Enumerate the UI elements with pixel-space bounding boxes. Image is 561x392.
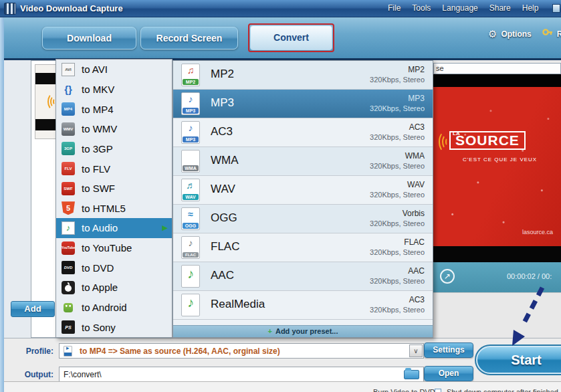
menu-item-to-avi[interactable]: AVIto AVI (56, 60, 172, 80)
minimize-button[interactable] (552, 4, 560, 13)
options-group: ⚙ Options Register (488, 28, 561, 40)
fullscreen-icon[interactable]: ↗ (440, 269, 455, 284)
app-window: Video Download Capture File Tools Langua… (0, 0, 561, 392)
html5-shield-icon: 5 (62, 201, 75, 215)
preset-row-mp2[interactable]: ♫MP2 MP2 MP2 320Kbps, Stereo (173, 61, 433, 90)
dvd-icon: DVD (62, 261, 75, 274)
burn-dvd-label: Burn Video to DVD (373, 388, 435, 392)
app-icon (4, 3, 16, 15)
menu-item-to-flv[interactable]: FLVto FLV (56, 159, 172, 179)
settings-button[interactable]: Settings (424, 342, 473, 358)
preset-row-wav[interactable]: ♬WAV WAV WAV 320Kbps, Stereo (173, 176, 433, 205)
format-menu: AVIto AVI {}to MKV MP4to MP4 WMVto WMV 3… (55, 59, 173, 338)
gear-icon: ⚙ (488, 28, 497, 40)
mp2-file-icon: ♫MP2 (181, 64, 200, 86)
video-watermark: lasource.ca (522, 229, 553, 235)
menu-item-to-sony[interactable]: PSto Sony (56, 317, 172, 337)
video-letterbox-bottom (433, 246, 561, 262)
preset-row-ac3[interactable]: ♪MP3 AC3 AC3 320Kbps, Stereo (173, 118, 433, 147)
menu-item-to-dvd[interactable]: DVDto DVD (56, 258, 172, 278)
add-preset-button[interactable]: +Add your preset... (173, 325, 433, 337)
dropdown-arrow-icon[interactable]: ∨ (409, 345, 423, 357)
title-bar: Video Download Capture File Tools Langua… (0, 0, 561, 17)
start-button[interactable]: Start (476, 346, 561, 374)
left-gutter (4, 60, 32, 338)
tab-record-screen[interactable]: Record Screen (140, 27, 238, 50)
menu-item-to-mp4[interactable]: MP4to MP4 (56, 99, 172, 119)
mkv-file-icon: {} (62, 82, 75, 96)
submenu-arrow-icon: ▶ (162, 223, 168, 232)
options-button[interactable]: Options (501, 29, 531, 39)
mp4-file-icon: MP4 (62, 102, 75, 116)
playback-time: 00:00:02 / 00: (507, 272, 552, 280)
right-spacer (433, 292, 561, 338)
preset-row-mp3-selected[interactable]: ♪MP3 MP3 MP3 320Kbps, Stereo (173, 90, 433, 118)
toolbar: Download Record Screen Convert ⚙ Options… (0, 17, 561, 60)
browse-folder-icon[interactable] (404, 370, 419, 379)
menu-item-to-android[interactable]: to Android (56, 298, 172, 318)
flac-file-icon: ♪FLAC (181, 236, 200, 259)
wav-file-icon: ♬WAV (181, 179, 200, 201)
la-source-logo: LA SOURCE (449, 131, 526, 150)
video-tagline: C'EST CE QUE JE VEUX (463, 157, 537, 163)
add-button[interactable]: Add (11, 301, 55, 317)
menu-help[interactable]: Help (522, 3, 539, 13)
menu-item-to-apple[interactable]: to Apple (56, 278, 172, 298)
preset-row-aac[interactable]: ♪ AAC AAC 320Kbps, Stereo (173, 262, 433, 291)
status-bar: Burn Video to DVD Shut down computer aft… (4, 381, 561, 392)
android-icon (62, 301, 75, 314)
profile-combobox[interactable]: to MP4 => Same as source (H.264, AAC, or… (59, 343, 424, 359)
menu-item-to-html5[interactable]: 5to HTML5 (56, 198, 172, 218)
register-button[interactable]: Register (557, 29, 561, 39)
menu-item-to-mkv[interactable]: {}to MKV (56, 80, 172, 100)
preset-row-flac[interactable]: ♪FLAC FLAC FLAC 320Kbps, Stereo (173, 233, 433, 262)
menu-tools[interactable]: Tools (412, 3, 431, 13)
wmv-file-icon: WMV (62, 122, 75, 136)
preset-row-wma[interactable]: WMA WMA WMA 320Kbps, Stereo (173, 147, 433, 176)
menu-item-to-wmv[interactable]: WMVto WMV (56, 119, 172, 139)
shutdown-label: Shut down computer after finished (447, 388, 558, 392)
apple-icon (62, 281, 75, 294)
mp4-preset-icon (64, 346, 72, 357)
menu-language[interactable]: Language (442, 3, 477, 13)
convert-highlight-annotation (248, 23, 334, 52)
audio-preset-menu: ♫MP2 MP2 MP2 320Kbps, Stereo ♪MP3 MP3 MP… (173, 60, 433, 338)
ogg-file-icon: ≈OGG (181, 207, 200, 230)
key-icon (542, 28, 553, 40)
player-control-bar: ↗ 00:00:02 / 00: (433, 262, 561, 292)
menu-item-to-youtube[interactable]: YouTubeto YouTube (56, 238, 172, 258)
menu-share[interactable]: Share (489, 3, 511, 13)
profile-label: Profile: (8, 347, 53, 356)
menu-item-to-swf[interactable]: SWFto SWF (56, 179, 172, 199)
avi-file-icon: AVI (62, 63, 75, 76)
plus-icon: + (268, 327, 272, 335)
swf-file-icon: SWF (62, 182, 75, 195)
video-letterbox-top (433, 74, 561, 87)
3gp-file-icon: 3GP (62, 142, 75, 155)
output-path-input[interactable]: F:\convert\ (59, 367, 424, 382)
source-arcs-icon (436, 130, 451, 154)
open-button[interactable]: Open (424, 366, 473, 381)
output-label: Output: (8, 370, 53, 379)
preset-row-realmedia[interactable]: ♪ RealMedia AC3 320Kbps, Stereo (173, 291, 433, 320)
preset-row-ogg[interactable]: ≈OGG OGG Vorbis 320Kbps, Stereo (173, 205, 433, 233)
shutdown-checkbox[interactable] (435, 389, 441, 392)
mp3-file-icon: ♪MP3 (181, 92, 200, 115)
video-preview: LA SOURCE C'EST CE QUE JE VEUX lasource.… (433, 87, 561, 246)
ac3-file-icon: ♪MP3 (181, 121, 200, 144)
app-title: Video Download Capture (20, 3, 123, 13)
youtube-icon: YouTube (62, 241, 75, 255)
realmedia-file-icon: ♪ (181, 294, 200, 316)
audio-note-icon: ♪ (62, 221, 75, 235)
menu-item-to-3gp[interactable]: 3GPto 3GP (56, 139, 172, 159)
flv-file-icon: FLV (62, 162, 75, 175)
playstation-icon: PS (62, 320, 75, 334)
aac-file-icon: ♪ (181, 265, 200, 288)
wma-file-icon: WMA (181, 150, 200, 173)
menu-bar: File Tools Language Share Help (388, 3, 538, 13)
output-path-value: F:\convert\ (64, 370, 102, 379)
tab-download[interactable]: Download (42, 27, 136, 50)
menu-item-to-audio[interactable]: ♪to Audio▶ (56, 218, 172, 238)
menu-file[interactable]: File (388, 3, 401, 13)
search-box-partial[interactable]: se (433, 63, 561, 74)
